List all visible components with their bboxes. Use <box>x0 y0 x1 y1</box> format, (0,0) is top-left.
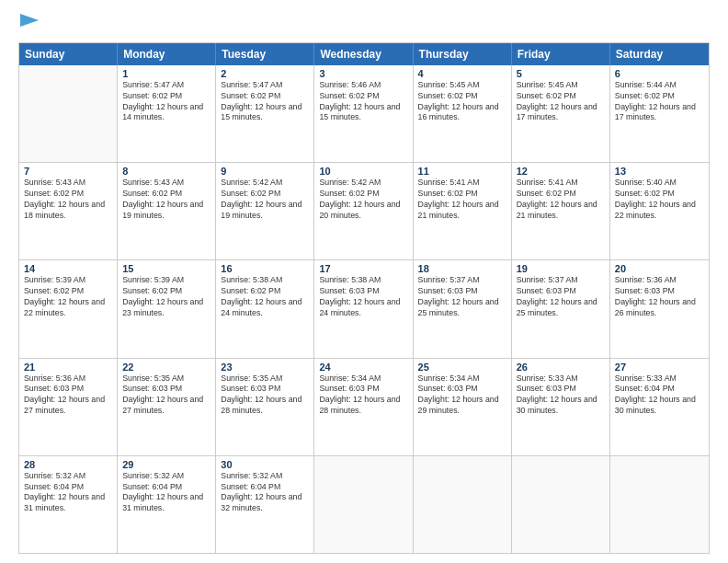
day-number: 2 <box>221 68 309 79</box>
day-detail: Sunrise: 5:46 AM Sunset: 6:02 PM Dayligh… <box>319 80 407 124</box>
calendar-cell: 10Sunrise: 5:42 AM Sunset: 6:02 PM Dayli… <box>314 163 413 259</box>
calendar-week-1: 1Sunrise: 5:47 AM Sunset: 6:02 PM Daylig… <box>19 65 709 162</box>
day-number: 8 <box>122 166 210 177</box>
calendar-header: SundayMondayTuesdayWednesdayThursdayFrid… <box>19 43 709 65</box>
day-number: 20 <box>615 263 704 274</box>
day-number: 21 <box>24 362 112 373</box>
day-number: 9 <box>221 166 309 177</box>
calendar-cell: 15Sunrise: 5:39 AM Sunset: 6:02 PM Dayli… <box>118 260 216 357</box>
day-number: 7 <box>24 166 112 177</box>
calendar-cell <box>610 456 709 553</box>
day-detail: Sunrise: 5:47 AM Sunset: 6:02 PM Dayligh… <box>221 80 309 124</box>
calendar-cell <box>314 456 413 553</box>
day-detail: Sunrise: 5:36 AM Sunset: 6:03 PM Dayligh… <box>24 373 112 418</box>
day-detail: Sunrise: 5:38 AM Sunset: 6:02 PM Dayligh… <box>221 275 309 319</box>
day-number: 23 <box>221 362 309 373</box>
calendar-cell <box>19 65 118 162</box>
page: SundayMondayTuesdayWednesdayThursdayFrid… <box>0 0 728 563</box>
day-number: 30 <box>221 459 309 470</box>
calendar-cell: 25Sunrise: 5:34 AM Sunset: 6:03 PM Dayli… <box>414 359 512 455</box>
day-detail: Sunrise: 5:34 AM Sunset: 6:03 PM Dayligh… <box>319 373 407 418</box>
day-number: 26 <box>517 362 605 373</box>
day-number: 22 <box>122 362 210 373</box>
day-number: 3 <box>319 68 407 79</box>
day-detail: Sunrise: 5:34 AM Sunset: 6:03 PM Dayligh… <box>418 373 506 418</box>
calendar-cell: 3Sunrise: 5:46 AM Sunset: 6:02 PM Daylig… <box>314 65 413 162</box>
calendar-cell <box>512 456 610 553</box>
calendar-cell: 1Sunrise: 5:47 AM Sunset: 6:02 PM Daylig… <box>118 65 216 162</box>
calendar-cell: 29Sunrise: 5:32 AM Sunset: 6:04 PM Dayli… <box>118 456 216 553</box>
day-detail: Sunrise: 5:38 AM Sunset: 6:03 PM Dayligh… <box>319 275 407 319</box>
day-number: 1 <box>122 68 210 79</box>
calendar-cell: 9Sunrise: 5:42 AM Sunset: 6:02 PM Daylig… <box>216 163 314 259</box>
day-number: 13 <box>615 166 704 177</box>
calendar-cell: 24Sunrise: 5:34 AM Sunset: 6:03 PM Dayli… <box>314 359 413 455</box>
calendar-header-tuesday: Tuesday <box>216 43 314 65</box>
day-detail: Sunrise: 5:44 AM Sunset: 6:02 PM Dayligh… <box>615 80 704 124</box>
calendar-body: 1Sunrise: 5:47 AM Sunset: 6:02 PM Daylig… <box>19 65 709 553</box>
day-detail: Sunrise: 5:42 AM Sunset: 6:02 PM Dayligh… <box>319 178 407 222</box>
day-detail: Sunrise: 5:32 AM Sunset: 6:04 PM Dayligh… <box>122 471 210 515</box>
day-detail: Sunrise: 5:43 AM Sunset: 6:02 PM Dayligh… <box>122 178 210 222</box>
calendar-header-monday: Monday <box>118 43 216 65</box>
calendar-cell: 14Sunrise: 5:39 AM Sunset: 6:02 PM Dayli… <box>19 260 118 357</box>
day-number: 4 <box>418 68 506 79</box>
calendar-cell: 16Sunrise: 5:38 AM Sunset: 6:02 PM Dayli… <box>216 260 314 357</box>
day-number: 25 <box>418 362 506 373</box>
day-detail: Sunrise: 5:40 AM Sunset: 6:02 PM Dayligh… <box>615 178 704 222</box>
calendar-cell: 5Sunrise: 5:45 AM Sunset: 6:02 PM Daylig… <box>512 65 610 162</box>
calendar-cell <box>414 456 512 553</box>
calendar-cell: 19Sunrise: 5:37 AM Sunset: 6:03 PM Dayli… <box>512 260 610 357</box>
calendar-header-saturday: Saturday <box>610 43 709 65</box>
day-number: 18 <box>418 263 506 274</box>
day-number: 6 <box>615 68 704 79</box>
calendar-cell: 27Sunrise: 5:33 AM Sunset: 6:04 PM Dayli… <box>610 359 709 455</box>
calendar-cell: 22Sunrise: 5:35 AM Sunset: 6:03 PM Dayli… <box>118 359 216 455</box>
day-detail: Sunrise: 5:43 AM Sunset: 6:02 PM Dayligh… <box>24 178 112 222</box>
day-detail: Sunrise: 5:41 AM Sunset: 6:02 PM Dayligh… <box>517 178 605 222</box>
day-number: 10 <box>319 166 407 177</box>
day-number: 27 <box>615 362 704 373</box>
day-detail: Sunrise: 5:45 AM Sunset: 6:02 PM Dayligh… <box>418 80 506 124</box>
calendar-cell: 11Sunrise: 5:41 AM Sunset: 6:02 PM Dayli… <box>414 163 512 259</box>
day-detail: Sunrise: 5:33 AM Sunset: 6:04 PM Dayligh… <box>615 373 704 418</box>
day-detail: Sunrise: 5:35 AM Sunset: 6:03 PM Dayligh… <box>221 373 309 418</box>
day-detail: Sunrise: 5:33 AM Sunset: 6:03 PM Dayligh… <box>517 373 605 418</box>
calendar-header-sunday: Sunday <box>19 43 118 65</box>
day-number: 11 <box>418 166 506 177</box>
calendar-week-4: 21Sunrise: 5:36 AM Sunset: 6:03 PM Dayli… <box>19 358 709 455</box>
day-number: 24 <box>319 362 407 373</box>
calendar-header-wednesday: Wednesday <box>314 43 413 65</box>
day-number: 14 <box>24 263 112 274</box>
calendar-header-thursday: Thursday <box>414 43 512 65</box>
calendar-cell: 4Sunrise: 5:45 AM Sunset: 6:02 PM Daylig… <box>414 65 512 162</box>
calendar-cell: 26Sunrise: 5:33 AM Sunset: 6:03 PM Dayli… <box>512 359 610 455</box>
day-number: 16 <box>221 263 309 274</box>
calendar-week-5: 28Sunrise: 5:32 AM Sunset: 6:04 PM Dayli… <box>19 455 709 553</box>
calendar-cell: 12Sunrise: 5:41 AM Sunset: 6:02 PM Dayli… <box>512 163 610 259</box>
calendar-cell: 21Sunrise: 5:36 AM Sunset: 6:03 PM Dayli… <box>19 359 118 455</box>
logo <box>18 15 40 33</box>
day-number: 19 <box>517 263 605 274</box>
calendar: SundayMondayTuesdayWednesdayThursdayFrid… <box>18 42 710 554</box>
day-detail: Sunrise: 5:42 AM Sunset: 6:02 PM Dayligh… <box>221 178 309 222</box>
day-detail: Sunrise: 5:45 AM Sunset: 6:02 PM Dayligh… <box>517 80 605 124</box>
day-detail: Sunrise: 5:37 AM Sunset: 6:03 PM Dayligh… <box>517 275 605 319</box>
calendar-cell: 28Sunrise: 5:32 AM Sunset: 6:04 PM Dayli… <box>19 456 118 553</box>
day-detail: Sunrise: 5:32 AM Sunset: 6:04 PM Dayligh… <box>221 471 309 515</box>
day-number: 5 <box>517 68 605 79</box>
day-detail: Sunrise: 5:32 AM Sunset: 6:04 PM Dayligh… <box>24 471 112 515</box>
calendar-cell: 30Sunrise: 5:32 AM Sunset: 6:04 PM Dayli… <box>216 456 314 553</box>
calendar-cell: 18Sunrise: 5:37 AM Sunset: 6:03 PM Dayli… <box>414 260 512 357</box>
calendar-header-friday: Friday <box>512 43 610 65</box>
day-detail: Sunrise: 5:41 AM Sunset: 6:02 PM Dayligh… <box>418 178 506 222</box>
day-detail: Sunrise: 5:47 AM Sunset: 6:02 PM Dayligh… <box>122 80 210 124</box>
day-number: 28 <box>24 459 112 470</box>
day-detail: Sunrise: 5:39 AM Sunset: 6:02 PM Dayligh… <box>122 275 210 319</box>
calendar-week-3: 14Sunrise: 5:39 AM Sunset: 6:02 PM Dayli… <box>19 259 709 357</box>
logo-icon <box>20 10 40 30</box>
calendar-cell: 23Sunrise: 5:35 AM Sunset: 6:03 PM Dayli… <box>216 359 314 455</box>
day-detail: Sunrise: 5:35 AM Sunset: 6:03 PM Dayligh… <box>122 373 210 418</box>
calendar-cell: 13Sunrise: 5:40 AM Sunset: 6:02 PM Dayli… <box>610 163 709 259</box>
svg-marker-0 <box>20 14 39 27</box>
